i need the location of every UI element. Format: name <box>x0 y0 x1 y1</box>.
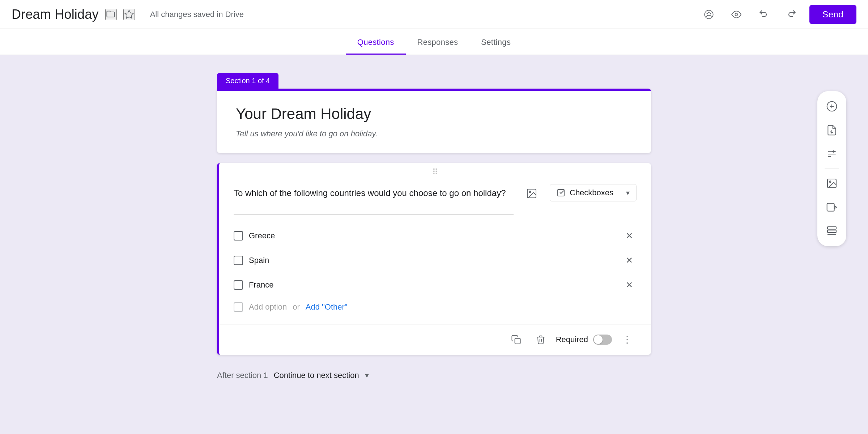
svg-rect-9 <box>515 339 520 344</box>
delete-question-btn[interactable] <box>531 330 550 349</box>
drag-handle: ⠿ <box>219 163 651 177</box>
required-toggle-track[interactable] <box>593 335 612 345</box>
checkbox-type-icon <box>557 188 565 197</box>
tab-responses[interactable]: Responses <box>406 38 470 55</box>
option-label-1: Spain <box>249 256 616 265</box>
saved-status: All changes saved in Drive <box>150 10 244 19</box>
duplicate-question-btn[interactable] <box>507 330 526 349</box>
type-select-chevron-icon: ▾ <box>626 188 630 197</box>
palette-icon-btn[interactable] <box>699 5 718 24</box>
svg-point-7 <box>529 191 531 192</box>
svg-marker-20 <box>834 206 837 209</box>
svg-marker-0 <box>125 10 133 18</box>
add-image-btn[interactable] <box>821 173 843 194</box>
option-delete-2[interactable]: ✕ <box>622 278 637 292</box>
star-icon[interactable] <box>123 9 135 20</box>
add-question-btn[interactable] <box>821 95 843 117</box>
option-label-2: France <box>249 280 616 290</box>
main-content: Section 1 of 4 Your Dream Holiday Tell u… <box>0 55 868 386</box>
option-row-2: France ✕ <box>234 273 637 297</box>
question-row: Checkboxes ▾ <box>234 184 637 215</box>
after-section-chevron-icon[interactable]: ▾ <box>365 371 369 380</box>
form-description: Tell us where you'd like to go on holida… <box>236 129 632 139</box>
section-header-card: Your Dream Holiday Tell us where you'd l… <box>217 89 651 153</box>
form-area: Section 1 of 4 Your Dream Holiday Tell u… <box>217 73 651 386</box>
option-checkbox-0[interactable] <box>234 231 243 241</box>
svg-rect-19 <box>827 203 834 211</box>
svg-rect-22 <box>827 230 836 233</box>
add-section-btn[interactable] <box>821 220 843 242</box>
undo-icon-btn[interactable] <box>754 5 773 24</box>
question-more-options-btn[interactable]: ⋮ <box>618 330 637 349</box>
svg-point-2 <box>707 13 708 14</box>
svg-point-1 <box>705 10 713 18</box>
folder-icon[interactable] <box>105 9 117 20</box>
add-video-btn[interactable] <box>821 196 843 218</box>
card-footer: Required ⋮ <box>219 324 651 355</box>
required-toggle-thumb <box>594 335 603 344</box>
header-right: Send <box>699 5 856 24</box>
required-label: Required <box>556 335 588 344</box>
preview-icon-btn[interactable] <box>727 5 746 24</box>
add-option-placeholder[interactable]: Add option <box>249 302 287 312</box>
add-other-link[interactable]: Add "Other" <box>306 302 348 312</box>
tab-questions[interactable]: Questions <box>346 38 406 55</box>
question-type-label: Checkboxes <box>570 188 613 197</box>
header: Dream Holiday All changes saved in Drive <box>0 0 868 29</box>
import-questions-btn[interactable] <box>821 119 843 141</box>
svg-point-18 <box>829 181 831 182</box>
option-row-1: Spain ✕ <box>234 248 637 273</box>
add-image-to-question-btn[interactable] <box>522 184 541 203</box>
after-section-label: After section 1 <box>217 371 268 380</box>
required-toggle: Required <box>556 335 612 345</box>
right-sidebar <box>817 91 846 246</box>
option-label-0: Greece <box>249 231 616 241</box>
option-delete-0[interactable]: ✕ <box>622 229 637 243</box>
form-title: Your Dream Holiday <box>236 105 632 123</box>
header-left: Dream Holiday All changes saved in Drive <box>12 7 699 22</box>
after-section: After section 1 Continue to next section… <box>217 365 651 386</box>
option-checkbox-2[interactable] <box>234 280 243 290</box>
question-body: Checkboxes ▾ Greece ✕ Spain ✕ <box>219 177 651 324</box>
or-text: or <box>293 302 300 312</box>
add-option-row: Add option or Add "Other" <box>234 297 637 317</box>
option-row-0: Greece ✕ <box>234 224 637 248</box>
section-badge: Section 1 of 4 <box>217 73 278 89</box>
after-section-value[interactable]: Continue to next section <box>274 371 359 380</box>
svg-rect-8 <box>558 190 564 196</box>
svg-point-5 <box>735 13 737 16</box>
svg-point-3 <box>708 12 710 13</box>
question-type-select[interactable]: Checkboxes ▾ <box>550 184 637 201</box>
app-title: Dream Holiday <box>12 7 99 22</box>
question-text-input[interactable] <box>234 184 514 215</box>
add-title-btn[interactable] <box>821 143 843 165</box>
sidebar-divider <box>825 169 839 169</box>
add-option-checkbox <box>234 302 243 312</box>
option-checkbox-1[interactable] <box>234 256 243 265</box>
svg-rect-21 <box>827 227 836 229</box>
send-button[interactable]: Send <box>809 5 856 24</box>
redo-icon-btn[interactable] <box>782 5 801 24</box>
tab-settings[interactable]: Settings <box>469 38 522 55</box>
option-delete-1[interactable]: ✕ <box>622 253 637 268</box>
question-card: ⠿ <box>217 163 651 355</box>
tabs-bar: Questions Responses Settings <box>0 29 868 55</box>
svg-point-4 <box>710 13 711 14</box>
